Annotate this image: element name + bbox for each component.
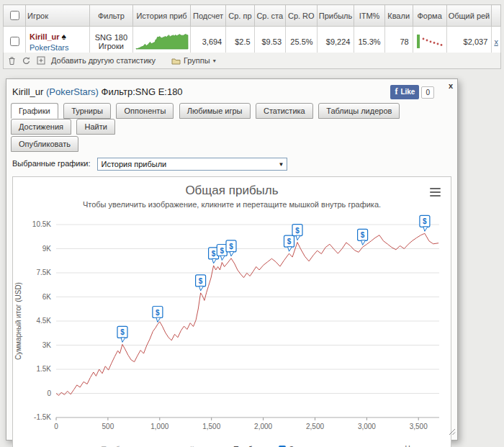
panel-title-filter: Фильтр:SNG E:180 <box>102 86 183 97</box>
tab-find[interactable]: Найти <box>76 119 114 135</box>
col-header-itm[interactable]: ITM% <box>354 5 384 27</box>
svg-text:$: $ <box>287 238 292 245</box>
refresh-icon[interactable] <box>22 56 31 66</box>
groups-button[interactable]: Группы ▾ <box>171 56 216 65</box>
svg-text:4.5K: 4.5K <box>36 317 51 325</box>
facebook-like-widget: f Like 0 <box>390 85 434 99</box>
tab-tournaments[interactable]: Турниры <box>63 103 111 119</box>
add-statistic-icon[interactable] <box>37 56 45 65</box>
table-header-row: Игрок Фильтр История приб Подсчет Ср. пр… <box>4 5 501 27</box>
facebook-like-label: Like <box>400 88 415 96</box>
facebook-icon: f <box>395 86 397 97</box>
svg-text:$: $ <box>295 227 300 235</box>
groups-label: Группы <box>184 56 210 65</box>
svg-text:2,000: 2,000 <box>254 423 272 430</box>
svg-text:2,500: 2,500 <box>306 423 324 430</box>
pokerstars-spade-icon: ♠ <box>62 32 66 42</box>
svg-text:1,000: 1,000 <box>150 423 168 430</box>
filter-line-2: Игроки <box>94 42 130 50</box>
col-header-form[interactable]: Форма <box>413 5 446 27</box>
chart-menu-button[interactable] <box>428 184 442 200</box>
tab-publish[interactable]: Опубликовать <box>11 136 78 152</box>
graph-select-value: История прибыли <box>102 160 167 168</box>
svg-text:9K: 9K <box>42 245 52 253</box>
sparkline-chart <box>135 32 189 50</box>
graph-select-dropdown[interactable]: История прибыли ▼ <box>97 158 287 171</box>
add-statistic-button[interactable]: Добавить другую статистику <box>51 56 156 65</box>
svg-text:0: 0 <box>54 423 58 430</box>
filter-line-1: SNG 180 <box>94 33 130 42</box>
tab-graphs[interactable]: Графики <box>11 103 58 119</box>
svg-text:$: $ <box>212 250 216 258</box>
graph-select-label: Выбранные графики: <box>12 159 90 168</box>
tabs-row-2: Опубликовать <box>6 135 457 152</box>
form-mini-chart <box>415 32 445 50</box>
table-toolbar: Добавить другую статистику Группы ▾ <box>3 53 501 69</box>
panel-title-player: Kirill_ur <box>12 86 43 97</box>
chart-title: Общая прибыль <box>13 184 451 198</box>
col-header-total-rake[interactable]: Общий рей <box>446 5 492 27</box>
remove-row-link[interactable]: x <box>494 37 498 46</box>
chart-legend: Прибыль за минусом рейка Прибыль Значите… <box>13 443 451 447</box>
col-header-remove <box>492 5 501 27</box>
svg-text:6K: 6K <box>42 293 52 301</box>
svg-text:3,500: 3,500 <box>410 423 428 430</box>
col-header-avg-profit[interactable]: Ср. пр <box>226 5 254 27</box>
tabs-row-1: Графики Турниры Оппоненты Любимые игры С… <box>6 101 457 135</box>
facebook-like-button[interactable]: f Like <box>390 85 419 99</box>
panel-title-site[interactable]: (PokerStars) <box>46 86 99 97</box>
svg-text:$: $ <box>199 277 203 285</box>
tab-statistics[interactable]: Статистика <box>256 103 313 119</box>
row-checkbox[interactable] <box>10 37 19 46</box>
facebook-like-count: 0 <box>421 86 434 99</box>
svg-text:$: $ <box>120 328 125 336</box>
panel-close-button[interactable]: x <box>449 81 453 90</box>
stats-table: Игрок Фильтр История приб Подсчет Ср. пр… <box>3 4 501 57</box>
col-header-quali[interactable]: Квали <box>384 5 413 27</box>
player-name-link[interactable]: Kirill_ur <box>30 32 60 41</box>
col-header-profit[interactable]: Прибыль <box>317 5 354 27</box>
graph-select-row: Выбранные графики: История прибыли ▼ <box>6 152 457 172</box>
col-header-avg-stake[interactable]: Ср. ста <box>254 5 285 27</box>
svg-text:-1.5K: -1.5K <box>34 413 51 421</box>
svg-text:0: 0 <box>47 389 51 397</box>
player-stats-panel: Kirill_ur (PokerStars) Фильтр:SNG E:180 … <box>6 78 458 441</box>
svg-text:$: $ <box>220 247 225 255</box>
svg-text:7.5K: 7.5K <box>36 268 51 276</box>
svg-text:$: $ <box>156 309 160 317</box>
svg-text:$: $ <box>361 231 365 239</box>
svg-text:10.5K: 10.5K <box>32 220 51 228</box>
select-all-cell <box>4 5 26 27</box>
col-header-player[interactable]: Игрок <box>26 5 90 27</box>
tab-favorite-games[interactable]: Любимые игры <box>179 103 251 119</box>
svg-text:$: $ <box>423 217 427 225</box>
col-header-avg-roi[interactable]: Ср. RO <box>286 5 318 27</box>
tab-leaderboards[interactable]: Таблицы лидеров <box>318 103 400 119</box>
select-all-checkbox[interactable] <box>10 11 19 20</box>
svg-text:Суммарный итог (USD): Суммарный итог (USD) <box>14 282 22 360</box>
panel-title: Kirill_ur (PokerStars) Фильтр:SNG E:180 <box>12 86 183 97</box>
tab-achievements[interactable]: Достижения <box>11 119 71 135</box>
profit-line-chart[interactable]: -1.5K01.5K3K4.5K6K7.5K9K10.5K05001,0001,… <box>13 213 451 442</box>
groups-caret-icon: ▾ <box>213 58 216 64</box>
svg-text:500: 500 <box>102 423 114 430</box>
panel-header: Kirill_ur (PokerStars) Фильтр:SNG E:180 … <box>6 79 457 101</box>
resize-handle[interactable] <box>448 425 456 438</box>
profit-chart-container: Общая прибыль Чтобы увеличить изображени… <box>12 176 451 447</box>
svg-text:$: $ <box>229 243 233 250</box>
dropdown-arrow-icon: ▼ <box>279 161 284 168</box>
col-header-count[interactable]: Подсчет <box>190 5 225 27</box>
col-header-history[interactable]: История приб <box>133 5 191 27</box>
chart-subtitle: Чтобы увеличить изображение, кликните и … <box>13 200 451 209</box>
svg-text:1,500: 1,500 <box>202 423 220 430</box>
resize-handle-icon <box>448 428 456 435</box>
trash-icon[interactable] <box>8 56 16 66</box>
site-link[interactable]: PokerStars <box>30 43 68 52</box>
svg-text:1.5K: 1.5K <box>36 365 51 373</box>
svg-text:3,000: 3,000 <box>358 423 376 430</box>
svg-text:3K: 3K <box>42 341 52 349</box>
col-header-filter[interactable]: Фильтр <box>89 5 133 27</box>
tab-opponents[interactable]: Оппоненты <box>116 103 174 119</box>
groups-icon <box>171 57 181 65</box>
